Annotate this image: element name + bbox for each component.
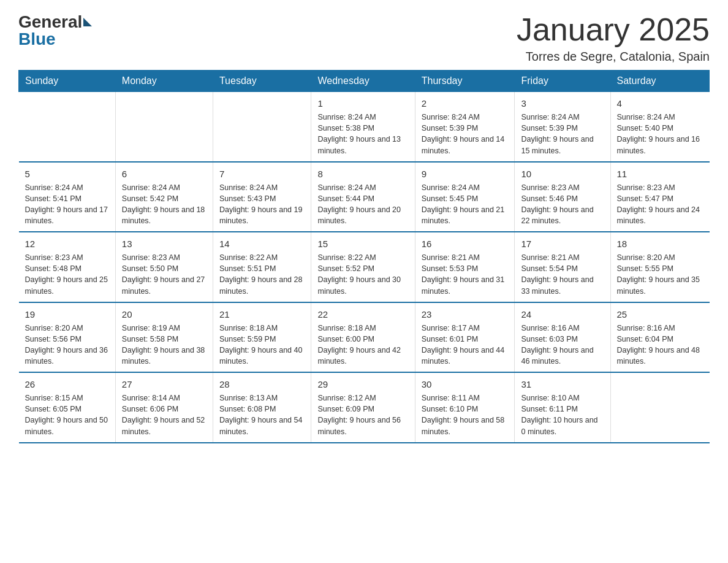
calendar-cell: 27Sunrise: 8:14 AMSunset: 6:06 PMDayligh… (115, 372, 213, 443)
day-number: 13 (122, 237, 207, 250)
day-number: 11 (617, 167, 703, 180)
calendar-week-row: 19Sunrise: 8:20 AMSunset: 5:56 PMDayligh… (19, 302, 710, 373)
day-info: Sunrise: 8:22 AMSunset: 5:52 PMDaylight:… (317, 252, 408, 297)
day-number: 30 (422, 378, 509, 391)
calendar-cell: 24Sunrise: 8:16 AMSunset: 6:03 PMDayligh… (515, 302, 610, 373)
calendar-cell (213, 92, 311, 162)
day-number: 15 (317, 237, 408, 250)
day-info: Sunrise: 8:21 AMSunset: 5:53 PMDaylight:… (422, 252, 509, 297)
day-info: Sunrise: 8:17 AMSunset: 6:01 PMDaylight:… (422, 323, 509, 367)
day-number: 28 (219, 378, 305, 391)
calendar-cell: 13Sunrise: 8:23 AMSunset: 5:50 PMDayligh… (115, 232, 213, 302)
calendar-cell: 10Sunrise: 8:23 AMSunset: 5:46 PMDayligh… (515, 162, 610, 232)
calendar-week-row: 5Sunrise: 8:24 AMSunset: 5:41 PMDaylight… (19, 162, 710, 232)
day-info: Sunrise: 8:24 AMSunset: 5:44 PMDaylight:… (317, 182, 408, 227)
calendar-cell: 16Sunrise: 8:21 AMSunset: 5:53 PMDayligh… (415, 232, 515, 302)
day-info: Sunrise: 8:24 AMSunset: 5:41 PMDaylight:… (25, 182, 109, 227)
calendar-cell: 11Sunrise: 8:23 AMSunset: 5:47 PMDayligh… (610, 162, 709, 232)
day-info: Sunrise: 8:16 AMSunset: 6:04 PMDaylight:… (617, 323, 703, 367)
calendar-cell: 19Sunrise: 8:20 AMSunset: 5:56 PMDayligh… (19, 302, 116, 373)
day-number: 29 (317, 378, 408, 391)
calendar-cell: 31Sunrise: 8:10 AMSunset: 6:11 PMDayligh… (515, 372, 610, 443)
calendar-title: January 2025 (517, 12, 710, 47)
calendar-cell: 29Sunrise: 8:12 AMSunset: 6:09 PMDayligh… (311, 372, 415, 443)
day-info: Sunrise: 8:16 AMSunset: 6:03 PMDaylight:… (521, 323, 604, 367)
day-number: 20 (122, 308, 207, 321)
page-header: General Blue January 2025 Torres de Segr… (18, 12, 710, 64)
calendar-cell: 8Sunrise: 8:24 AMSunset: 5:44 PMDaylight… (311, 162, 415, 232)
calendar-cell: 18Sunrise: 8:20 AMSunset: 5:55 PMDayligh… (610, 232, 709, 302)
day-number: 22 (317, 308, 408, 321)
day-number: 5 (25, 167, 109, 180)
logo-blue-text: Blue (18, 29, 56, 49)
header-saturday: Saturday (610, 71, 709, 92)
day-info: Sunrise: 8:14 AMSunset: 6:06 PMDaylight:… (122, 393, 207, 437)
calendar-week-row: 1Sunrise: 8:24 AMSunset: 5:38 PMDaylight… (19, 92, 710, 162)
calendar-header-row: Sunday Monday Tuesday Wednesday Thursday… (19, 71, 710, 92)
calendar-cell: 28Sunrise: 8:13 AMSunset: 6:08 PMDayligh… (213, 372, 311, 443)
calendar-cell: 9Sunrise: 8:24 AMSunset: 5:45 PMDaylight… (415, 162, 515, 232)
calendar-cell (19, 92, 116, 162)
header-friday: Friday (515, 71, 610, 92)
day-info: Sunrise: 8:23 AMSunset: 5:46 PMDaylight:… (521, 182, 604, 227)
day-number: 14 (219, 237, 305, 250)
day-number: 8 (317, 167, 408, 180)
day-number: 4 (617, 97, 703, 110)
day-number: 16 (422, 237, 509, 250)
day-info: Sunrise: 8:20 AMSunset: 5:55 PMDaylight:… (617, 252, 703, 297)
calendar-cell: 12Sunrise: 8:23 AMSunset: 5:48 PMDayligh… (19, 232, 116, 302)
calendar-cell: 4Sunrise: 8:24 AMSunset: 5:40 PMDaylight… (610, 92, 709, 162)
calendar-cell: 15Sunrise: 8:22 AMSunset: 5:52 PMDayligh… (311, 232, 415, 302)
logo-arrow-icon (83, 18, 92, 26)
day-info: Sunrise: 8:23 AMSunset: 5:47 PMDaylight:… (617, 182, 703, 227)
day-info: Sunrise: 8:11 AMSunset: 6:10 PMDaylight:… (422, 393, 509, 437)
day-info: Sunrise: 8:23 AMSunset: 5:50 PMDaylight:… (122, 252, 207, 297)
calendar-cell: 17Sunrise: 8:21 AMSunset: 5:54 PMDayligh… (515, 232, 610, 302)
day-number: 26 (25, 378, 109, 391)
calendar-cell: 2Sunrise: 8:24 AMSunset: 5:39 PMDaylight… (415, 92, 515, 162)
calendar-cell: 20Sunrise: 8:19 AMSunset: 5:58 PMDayligh… (115, 302, 213, 373)
day-number: 10 (521, 167, 604, 180)
day-info: Sunrise: 8:24 AMSunset: 5:38 PMDaylight:… (317, 112, 408, 156)
day-info: Sunrise: 8:24 AMSunset: 5:42 PMDaylight:… (122, 182, 207, 227)
day-info: Sunrise: 8:24 AMSunset: 5:45 PMDaylight:… (422, 182, 509, 227)
day-info: Sunrise: 8:13 AMSunset: 6:08 PMDaylight:… (219, 393, 305, 437)
day-number: 9 (422, 167, 509, 180)
calendar-cell: 3Sunrise: 8:24 AMSunset: 5:39 PMDaylight… (515, 92, 610, 162)
header-thursday: Thursday (415, 71, 515, 92)
day-info: Sunrise: 8:24 AMSunset: 5:39 PMDaylight:… (422, 112, 509, 156)
calendar-cell: 26Sunrise: 8:15 AMSunset: 6:05 PMDayligh… (19, 372, 116, 443)
day-number: 25 (617, 308, 703, 321)
day-number: 2 (422, 97, 509, 110)
calendar-cell: 5Sunrise: 8:24 AMSunset: 5:41 PMDaylight… (19, 162, 116, 232)
day-info: Sunrise: 8:18 AMSunset: 6:00 PMDaylight:… (317, 323, 408, 367)
header-sunday: Sunday (19, 71, 116, 92)
day-number: 7 (219, 167, 305, 180)
calendar-week-row: 26Sunrise: 8:15 AMSunset: 6:05 PMDayligh… (19, 372, 710, 443)
day-info: Sunrise: 8:10 AMSunset: 6:11 PMDaylight:… (521, 393, 604, 437)
calendar-week-row: 12Sunrise: 8:23 AMSunset: 5:48 PMDayligh… (19, 232, 710, 302)
header-monday: Monday (115, 71, 213, 92)
calendar-cell: 30Sunrise: 8:11 AMSunset: 6:10 PMDayligh… (415, 372, 515, 443)
calendar-cell: 25Sunrise: 8:16 AMSunset: 6:04 PMDayligh… (610, 302, 709, 373)
day-info: Sunrise: 8:22 AMSunset: 5:51 PMDaylight:… (219, 252, 305, 297)
day-info: Sunrise: 8:12 AMSunset: 6:09 PMDaylight:… (317, 393, 408, 437)
calendar-subtitle: Torres de Segre, Catalonia, Spain (517, 50, 710, 64)
day-number: 21 (219, 308, 305, 321)
day-info: Sunrise: 8:21 AMSunset: 5:54 PMDaylight:… (521, 252, 604, 297)
calendar-cell: 6Sunrise: 8:24 AMSunset: 5:42 PMDaylight… (115, 162, 213, 232)
calendar-cell: 23Sunrise: 8:17 AMSunset: 6:01 PMDayligh… (415, 302, 515, 373)
day-info: Sunrise: 8:24 AMSunset: 5:43 PMDaylight:… (219, 182, 305, 227)
calendar-cell: 7Sunrise: 8:24 AMSunset: 5:43 PMDaylight… (213, 162, 311, 232)
day-info: Sunrise: 8:19 AMSunset: 5:58 PMDaylight:… (122, 323, 207, 367)
header-wednesday: Wednesday (311, 71, 415, 92)
day-number: 12 (25, 237, 109, 250)
header-tuesday: Tuesday (213, 71, 311, 92)
day-number: 19 (25, 308, 109, 321)
calendar-table: Sunday Monday Tuesday Wednesday Thursday… (18, 70, 710, 443)
day-info: Sunrise: 8:18 AMSunset: 5:59 PMDaylight:… (219, 323, 305, 367)
calendar-cell: 22Sunrise: 8:18 AMSunset: 6:00 PMDayligh… (311, 302, 415, 373)
day-number: 18 (617, 237, 703, 250)
day-info: Sunrise: 8:20 AMSunset: 5:56 PMDaylight:… (25, 323, 109, 367)
day-number: 23 (422, 308, 509, 321)
